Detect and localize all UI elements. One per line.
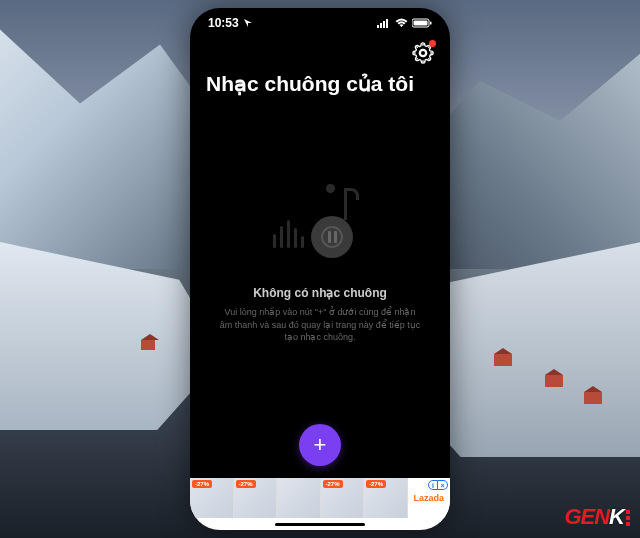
svg-rect-5 <box>414 21 428 26</box>
home-indicator-area <box>190 518 450 530</box>
phone-frame: 10:53 Nhạc chuông của tôi Không có <box>190 8 450 530</box>
music-note-icon <box>311 216 353 258</box>
status-bar: 10:53 <box>190 8 450 38</box>
notification-badge <box>429 40 436 47</box>
house <box>494 354 512 366</box>
ad-info-button[interactable]: i <box>428 480 438 490</box>
signal-icon <box>377 18 391 28</box>
watermark: GENK <box>564 504 630 530</box>
house <box>584 392 602 404</box>
ad-item[interactable]: -27% <box>190 478 234 518</box>
header <box>190 38 450 66</box>
empty-state-description: Vui lòng nhấp vào nút "+" ở dưới cùng để… <box>210 306 430 344</box>
empty-state: Không có nhạc chuông Vui lòng nhấp vào n… <box>190 110 450 412</box>
ad-item[interactable]: -27% <box>321 478 365 518</box>
svg-rect-0 <box>377 25 379 28</box>
empty-illustration <box>265 178 375 268</box>
ad-banner[interactable]: -27% -27% -27% -27% Lazada i × <box>190 478 450 518</box>
status-time: 10:53 <box>208 16 239 30</box>
ad-item[interactable] <box>277 478 321 518</box>
svg-rect-6 <box>430 22 432 25</box>
house <box>141 340 155 350</box>
empty-state-title: Không có nhạc chuông <box>253 286 387 300</box>
ad-item[interactable]: -27% <box>234 478 278 518</box>
fab-container: + <box>190 412 450 478</box>
add-ringtone-button[interactable]: + <box>299 424 341 466</box>
location-icon <box>243 18 253 28</box>
svg-rect-3 <box>386 19 388 28</box>
watermark-text: GEN <box>564 504 609 529</box>
wifi-icon <box>395 18 408 28</box>
watermark-text: K <box>609 504 624 529</box>
ad-brand-label: Lazada <box>413 493 444 503</box>
svg-point-7 <box>420 50 426 56</box>
plus-icon: + <box>314 432 327 458</box>
battery-icon <box>412 18 432 28</box>
page-title: Nhạc chuông của tôi <box>190 66 450 110</box>
settings-button[interactable] <box>412 42 434 64</box>
home-indicator[interactable] <box>275 523 365 526</box>
ad-controls: i × <box>428 480 448 490</box>
house <box>545 375 563 387</box>
ad-close-button[interactable]: × <box>438 480 448 490</box>
svg-rect-1 <box>380 23 382 28</box>
ad-item[interactable]: -27% <box>364 478 408 518</box>
svg-rect-2 <box>383 21 385 28</box>
